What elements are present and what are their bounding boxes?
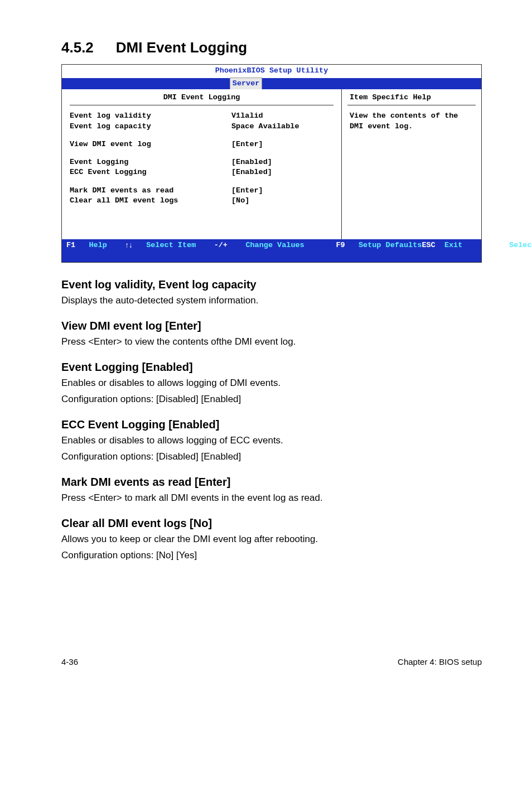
bios-value: Space Available [231, 122, 333, 132]
bios-tab-bar: Server [62, 78, 481, 89]
bios-label: Event log capacity [70, 122, 231, 132]
bios-main-panel: DMI Event Logging Event log validity V1l… [62, 89, 342, 239]
body-text: Enables or disables to allows logging of… [61, 434, 482, 447]
bios-value: [Enabled] [231, 157, 333, 167]
bios-label: ECC Event Logging [70, 167, 231, 177]
key-f9: F9 [336, 240, 345, 260]
bios-value: V1lalid [231, 111, 333, 121]
body-text: Displays the auto-detected system inform… [61, 294, 482, 307]
body-text: Press <Enter> to view the contents ofthe… [61, 336, 482, 349]
arrow-leftright-icon: →← [481, 240, 496, 260]
bios-value: [Enter] [231, 139, 333, 149]
key-minusplus: -/+ [214, 240, 228, 260]
bios-help-panel: Item Specific Help View the contents of … [342, 89, 481, 239]
subheading: Event Logging [Enabled] [61, 361, 482, 374]
key-setup-defaults: Setup Defaults [359, 240, 422, 260]
bios-value: [Enter] [231, 186, 333, 196]
body-text: Configuration options: [Disabled] [Enabl… [61, 393, 482, 406]
bios-label: Mark DMI events as read [70, 186, 231, 196]
bios-tab-server[interactable]: Server [230, 78, 263, 89]
key-change-values: Change Values [245, 240, 304, 260]
body-text: Press <Enter> to mark all DMI events in … [61, 492, 482, 505]
bios-value: [No] [231, 196, 333, 206]
bios-row[interactable]: Event Logging [Enabled] [70, 157, 333, 167]
subheading: View DMI event log [Enter] [61, 320, 482, 332]
bios-label: View DMI event log [70, 139, 231, 149]
bios-help-text: View the contents of the DMI event log. [347, 111, 476, 131]
section-title: DMI Event Logging [116, 39, 247, 56]
bios-label: Event log validity [70, 111, 231, 121]
body-text: Configuration options: [Disabled] [Enabl… [61, 451, 482, 463]
bios-utility-title: PhoenixBIOS Setup Utility [62, 65, 481, 78]
bios-help-title: Item Specific Help [347, 93, 476, 105]
body-text: Configuration options: [No] [Yes] [61, 549, 482, 562]
bios-row: Event log validity V1lalid [70, 111, 333, 121]
bios-row: Event log capacity Space Available [70, 122, 333, 132]
arrow-updown-icon: ↑↓ [125, 240, 133, 260]
subheading: ECC Event Logging [Enabled] [61, 418, 482, 431]
bios-label: Event Logging [70, 157, 231, 167]
page-number: 4-36 [61, 657, 78, 666]
bios-row[interactable]: View DMI event log [Enter] [70, 139, 333, 149]
section-heading: 4.5.2DMI Event Logging [61, 39, 482, 56]
bios-panel-title: DMI Event Logging [70, 93, 333, 105]
key-select-item: Select Item [146, 240, 196, 260]
key-f1: F1 [66, 240, 75, 260]
key-exit: Exit [444, 240, 462, 260]
bios-row[interactable]: ECC Event Logging [Enabled] [70, 167, 333, 177]
bios-screenshot: PhoenixBIOS Setup Utility Server DMI Eve… [61, 64, 482, 263]
chapter-label: Chapter 4: BIOS setup [398, 657, 482, 666]
bios-row[interactable]: Clear all DMI event logs [No] [70, 196, 333, 206]
bios-key-footer: F1 Help ↑↓ Select Item -/+ Change Values… [62, 239, 481, 262]
bios-row[interactable]: Mark DMI events as read [Enter] [70, 186, 333, 196]
key-select-menu: Select Menu [509, 240, 532, 260]
bios-label: Clear all DMI event logs [70, 196, 231, 206]
body-text: Enables or disables to allows logging of… [61, 377, 482, 390]
body-text: Allows you to keep or clear the DMI even… [61, 533, 482, 546]
page-footer: 4-36 Chapter 4: BIOS setup [61, 657, 482, 666]
key-esc: ESC [422, 240, 435, 260]
subheading: Clear all DMI event logs [No] [61, 517, 482, 530]
subheading: Mark DMI events as read [Enter] [61, 476, 482, 489]
key-help: Help [89, 240, 107, 260]
section-number: 4.5.2 [61, 39, 94, 56]
bios-value: [Enabled] [231, 167, 333, 177]
subheading: Event log validity, Event log capacity [61, 278, 482, 291]
